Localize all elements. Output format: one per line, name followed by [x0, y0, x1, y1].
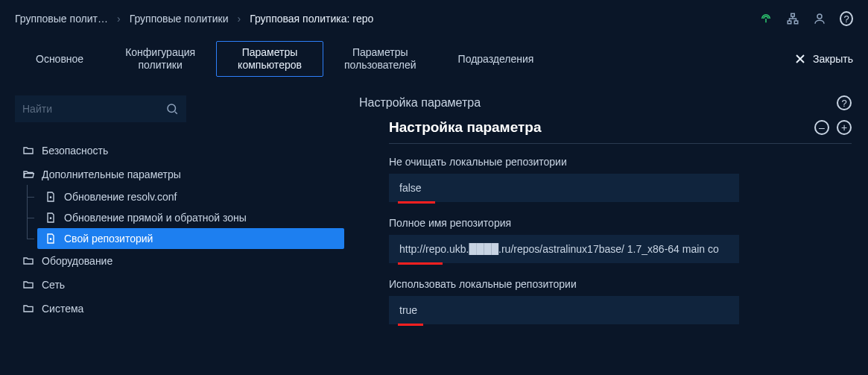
- tree-item-ownrepo[interactable]: Свой репозиторий: [37, 228, 344, 249]
- breadcrumb-item: Групповая политика: repo: [250, 13, 373, 25]
- card-title: Настройка параметра: [389, 119, 541, 136]
- help-icon[interactable]: ?: [837, 95, 852, 110]
- tree-item-security[interactable]: Безопасность: [15, 139, 344, 163]
- svg-rect-2: [794, 21, 798, 24]
- tree-label: Обновление прямой и обратной зоны: [64, 212, 247, 224]
- tab-units[interactable]: Подразделения: [437, 41, 555, 77]
- folder-open-icon: [22, 168, 34, 180]
- field-repo-name[interactable]: [389, 235, 739, 263]
- tree-label: Обновление resolv.conf: [64, 191, 177, 203]
- tab-main[interactable]: Основное: [15, 41, 104, 77]
- tree-label: Сеть: [42, 279, 65, 291]
- breadcrumb-item[interactable]: Групповые полит…: [15, 13, 108, 25]
- tree-label: Оборудование: [42, 255, 113, 267]
- tree-label: Система: [42, 303, 83, 315]
- svg-point-3: [817, 14, 822, 19]
- close-label: Закрыть: [813, 53, 853, 65]
- field-label: Использовать локальные репозитории: [389, 278, 852, 290]
- tab-computer-params[interactable]: Параметры компьютеров: [216, 41, 323, 77]
- svg-point-7: [50, 239, 51, 239]
- svg-rect-0: [791, 13, 795, 16]
- tree-label: Безопасность: [42, 145, 108, 157]
- divider: [389, 143, 852, 144]
- search-icon: [165, 102, 179, 116]
- svg-point-6: [50, 218, 51, 218]
- tree-item-resolv[interactable]: Обновление resolv.conf: [37, 186, 344, 207]
- file-icon: [45, 212, 57, 224]
- folder-icon: [22, 255, 34, 267]
- tab-config[interactable]: Конфигурация политики: [104, 41, 216, 77]
- field-label: Не очищать локальные репозитории: [389, 156, 852, 168]
- help-icon[interactable]: ?: [840, 12, 853, 25]
- signal-icon[interactable]: [759, 12, 773, 25]
- user-icon[interactable]: [813, 12, 826, 25]
- tree-item-network[interactable]: Сеть: [15, 273, 344, 297]
- add-button[interactable]: +: [837, 120, 852, 135]
- validation-marker: [398, 201, 435, 204]
- validation-marker: [398, 262, 443, 265]
- panel-title: Настройка параметра: [359, 96, 481, 110]
- tree-item-zone[interactable]: Обновление прямой и обратной зоны: [37, 207, 344, 228]
- svg-point-4: [168, 104, 176, 113]
- close-button[interactable]: Закрыть: [795, 53, 853, 65]
- tab-user-params[interactable]: Параметры пользователей: [323, 41, 437, 77]
- chevron-right-icon: ›: [117, 13, 121, 25]
- breadcrumb: Групповые полит… › Групповые политики › …: [15, 13, 373, 25]
- tree-item-hardware[interactable]: Оборудование: [15, 249, 344, 273]
- file-icon: [45, 191, 57, 203]
- tree-item-system[interactable]: Система: [15, 297, 344, 321]
- field-use-local-repos[interactable]: [389, 296, 739, 324]
- breadcrumb-item[interactable]: Групповые политики: [130, 13, 229, 25]
- folder-icon: [22, 145, 34, 157]
- file-icon: [45, 233, 57, 245]
- search-input[interactable]: [22, 103, 165, 115]
- field-no-clear-repos[interactable]: [389, 174, 739, 202]
- tree-label: Дополнительные параметры: [42, 168, 181, 180]
- validation-marker: [398, 324, 423, 326]
- field-label: Полное имя репозитория: [389, 217, 852, 229]
- chevron-right-icon: ›: [237, 13, 241, 25]
- folder-icon: [22, 303, 34, 315]
- remove-button[interactable]: –: [814, 120, 829, 135]
- tree-label: Свой репозиторий: [64, 233, 153, 245]
- tree-item-extra[interactable]: Дополнительные параметры: [15, 163, 344, 186]
- svg-point-5: [50, 197, 51, 198]
- network-icon[interactable]: [786, 12, 799, 25]
- folder-icon: [22, 279, 34, 291]
- svg-rect-1: [788, 21, 791, 24]
- close-icon: [795, 54, 805, 64]
- search-box[interactable]: [15, 95, 186, 122]
